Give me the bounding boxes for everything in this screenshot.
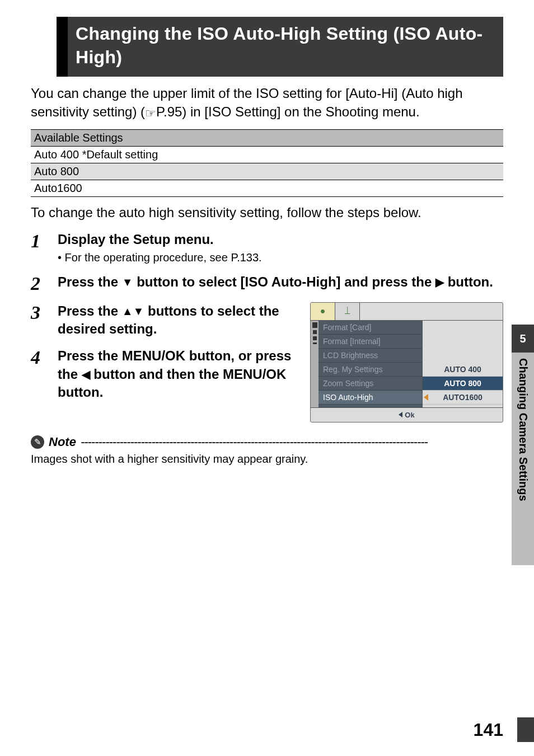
step-2-title: Press the ▼ button to select [ISO Auto-H… — [58, 273, 503, 291]
lcd-option-selected: AUTO 800 — [423, 377, 503, 391]
steps-intro: To change the auto high sensitivity sett… — [31, 205, 503, 220]
step-4: 4 Press the MENU/OK button, or press the… — [31, 347, 300, 401]
left-triangle-icon — [399, 412, 402, 417]
step-2-post: button. — [444, 274, 493, 289]
step-number: 1 — [31, 231, 58, 251]
intro-page-ref: P.95 — [156, 104, 182, 119]
step-1-title: Display the Setup menu. — [58, 231, 503, 248]
settings-header: Available Settings — [31, 130, 503, 147]
step-number: 2 — [31, 273, 58, 293]
lcd-option: AUTO1600 — [423, 391, 503, 405]
step-2-pre: Press the — [58, 274, 122, 289]
settings-row: Auto1600 — [31, 180, 503, 197]
setup-icon: ⟘ — [344, 306, 350, 316]
down-triangle-icon: ▼ — [133, 304, 144, 319]
lcd-options-panel: AUTO 400 AUTO 800 AUTO1600 — [423, 321, 503, 407]
settings-row: Auto 400 *Default setting — [31, 147, 503, 163]
chapter-title: Changing Camera Settings — [512, 353, 534, 565]
intro-paragraph-post: ) in [ISO Setting] on the Shooting menu. — [182, 104, 419, 119]
down-triangle-icon: ▼ — [122, 275, 133, 290]
step-3: 3 Press the ▲▼ buttons to select the des… — [31, 302, 300, 339]
lcd-menu-item: Format [Card] — [318, 321, 422, 335]
available-settings-table: Available Settings Auto 400 *Default set… — [31, 129, 503, 197]
intro-paragraph: You can change the upper limit of the IS… — [31, 84, 503, 121]
chapter-number: 5 — [512, 325, 534, 353]
lcd-footer: Ok — [311, 407, 503, 422]
up-triangle-icon: ▲ — [122, 304, 133, 319]
note-header: ✎ Note ---------------------------------… — [31, 435, 503, 449]
lcd-menu-panel: Format [Card] Format [Internal] LCD Brig… — [311, 321, 423, 407]
lcd-menu-item: Zoom Settings — [318, 377, 422, 391]
lcd-scroll-indicator — [311, 321, 318, 407]
step-4-post: button and then the MENU/OK button. — [58, 367, 286, 400]
page-number-bar — [517, 717, 534, 742]
note-dashes: ----------------------------------------… — [81, 435, 503, 449]
step-number: 3 — [31, 302, 58, 322]
section-title: Changing the ISO Auto-High Setting (ISO … — [31, 17, 503, 77]
lcd-tab-camera: ● — [311, 303, 335, 320]
step-3-title: Press the ▲▼ buttons to select the desir… — [58, 302, 300, 339]
title-black-bar — [57, 17, 68, 77]
lcd-menu-item: Format [Internal] — [318, 335, 422, 349]
page-ref-icon: ☞ — [145, 105, 156, 122]
note-label: Note — [49, 435, 76, 449]
camera-icon: ● — [320, 306, 326, 316]
page-number: 141 — [474, 720, 503, 740]
step-4-title: Press the MENU/OK button, or press the ◀… — [58, 347, 300, 401]
step-2: 2 Press the ▼ button to select [ISO Auto… — [31, 273, 503, 293]
lcd-menu-item: LCD Brightness — [318, 349, 422, 363]
step-2-mid: button to select [ISO Auto-High] and pre… — [133, 274, 435, 289]
note-text: Images shot with a higher sensitivity ma… — [31, 453, 503, 466]
step-1: 1 Display the Setup menu. • For the oper… — [31, 231, 503, 264]
settings-row: Auto 800 — [31, 163, 503, 180]
title-left-margin — [31, 17, 57, 77]
section-title-text: Changing the ISO Auto-High Setting (ISO … — [68, 17, 503, 77]
note-icon: ✎ — [31, 435, 44, 449]
lcd-tab-setup: ⟘ — [335, 303, 360, 320]
lcd-footer-label: Ok — [405, 411, 414, 419]
lcd-menu-item-selected: ISO Auto-High — [318, 391, 422, 405]
camera-lcd-preview: ● ⟘ Format [Card] Format [Internal] LCD … — [310, 302, 503, 422]
step-1-sub: • For the operating procedure, see P.133… — [58, 251, 503, 264]
step-3-pre: Press the — [58, 303, 122, 318]
right-triangle-icon: ▶ — [435, 275, 444, 290]
lcd-menu-item: Reg. My Settings — [318, 363, 422, 377]
step-number: 4 — [31, 347, 58, 367]
left-triangle-icon: ◀ — [82, 367, 90, 382]
chapter-side-tab: 5 Changing Camera Settings — [512, 325, 534, 565]
lcd-option: AUTO 400 — [423, 363, 503, 377]
